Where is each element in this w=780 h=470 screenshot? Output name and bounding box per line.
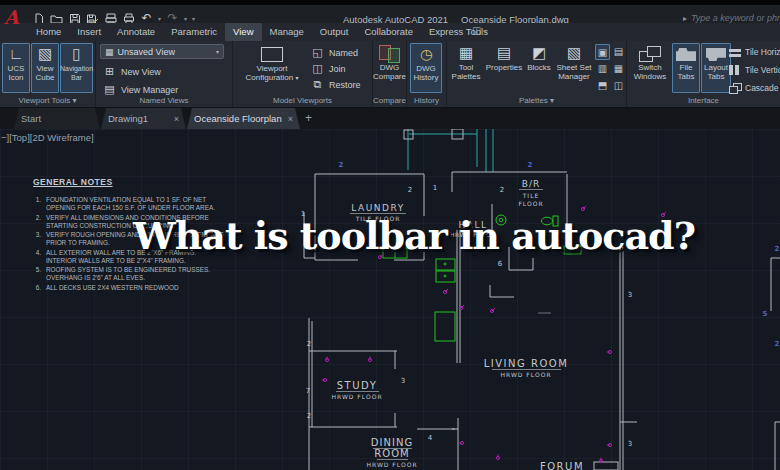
viewport-configuration-button[interactable]: Viewport Configuration ▾ xyxy=(241,43,303,93)
panel-label-palettes[interactable]: Palettes ▾ xyxy=(447,94,626,107)
file-tab-oceanside-floorplan[interactable]: Oceanside Floorplan* × xyxy=(187,108,300,129)
button-label: Named xyxy=(329,48,358,58)
panel-label-compare[interactable]: Compare xyxy=(373,94,406,107)
search-box[interactable]: ▸ Type a keyword or phrase xyxy=(683,13,780,23)
ribbon: ∟ UCS Icon ▧ View Cube ▯ Navigation Bar … xyxy=(0,41,780,108)
drawing-canvas[interactable]: −][Top][2D Wireframe] xyxy=(0,129,780,470)
autocad-logo[interactable]: A xyxy=(4,6,19,28)
ucs-icon-button[interactable]: ∟ UCS Icon xyxy=(2,43,30,93)
panel-interface: Switch Windows File Tabs Layout Tabs Til… xyxy=(627,41,780,107)
panel-label-history[interactable]: History xyxy=(407,94,446,107)
blocks-button[interactable]: ◩ Blocks xyxy=(525,43,553,93)
button-label: Compare xyxy=(373,72,406,81)
sheet-set-manager-button[interactable]: ▧ Sheet Set Manager xyxy=(554,43,594,93)
properties-icon: ▤ xyxy=(497,44,511,63)
room-label-dining-1: DINING xyxy=(371,437,413,448)
redo-dropdown-icon[interactable]: ▾ xyxy=(184,15,187,22)
note-number: 5. xyxy=(33,266,41,282)
cascade-icon xyxy=(729,83,741,94)
new-view-button[interactable]: ⊞ New View xyxy=(103,65,161,78)
new-tab-button[interactable]: + xyxy=(305,111,312,125)
ribbon-tab-annotate[interactable]: Annotate xyxy=(109,23,163,41)
dwg-compare-button[interactable]: DWG Compare xyxy=(374,43,405,93)
ribbon-tab-collaborate[interactable]: Collaborate xyxy=(356,23,421,41)
panel-label-model-viewports[interactable]: Model Viewports xyxy=(233,94,372,107)
button-label: Tabs xyxy=(708,72,725,81)
cascade-button[interactable]: Cascade xyxy=(729,81,779,95)
view-dropdown[interactable]: ▦ Unsaved View ▾ xyxy=(100,44,224,59)
ribbon-tab-parametric[interactable]: Parametric xyxy=(163,23,225,41)
file-tabs-toggle-button[interactable]: File Tabs xyxy=(672,43,700,93)
note-number: 3. xyxy=(33,231,41,247)
button-label: Cascade xyxy=(745,83,779,93)
named-viewport-button[interactable]: ◱ Named xyxy=(311,46,358,59)
ribbon-tab-output[interactable]: Output xyxy=(312,23,357,41)
button-label: View Manager xyxy=(121,85,178,95)
room-label-study: STUDY xyxy=(337,380,378,391)
file-tab-start[interactable]: Start xyxy=(14,108,100,129)
palette-mini-button[interactable]: ◫ xyxy=(611,78,626,94)
ribbon-tab-insert[interactable]: Insert xyxy=(69,23,109,41)
button-label: Cube xyxy=(35,73,54,82)
panel-label-interface[interactable]: Interface xyxy=(627,94,780,107)
overlay-question-text: What is toolbar in autocad? xyxy=(133,213,695,258)
close-tab-icon[interactable]: × xyxy=(174,114,179,124)
file-tab-drawing1[interactable]: Drawing1 × xyxy=(101,108,186,129)
ribbon-tab-home[interactable]: Home xyxy=(28,23,69,41)
ribbon-tab-view[interactable]: View xyxy=(225,23,261,41)
palette-mini-button[interactable]: ⬒ xyxy=(595,78,610,94)
palette-mini-button[interactable]: ▣ xyxy=(595,44,610,60)
palette-mini-button[interactable]: ▤ xyxy=(611,44,626,60)
button-label: Bar xyxy=(71,73,82,82)
button-label: Navigation xyxy=(60,64,93,73)
layout-tabs-toggle-button[interactable]: Layout Tabs xyxy=(701,43,731,93)
view-cube-button[interactable]: ▧ View Cube xyxy=(31,43,59,93)
button-label: UCS xyxy=(8,64,25,73)
keynote: 7 xyxy=(306,387,310,395)
button-label: Restore xyxy=(329,80,361,90)
layout-tabs-icon xyxy=(706,48,726,61)
navigation-bar-button[interactable]: ▯ Navigation Bar xyxy=(60,43,93,93)
view-dropdown-value: Unsaved View xyxy=(118,47,212,57)
room-label-living: LIVING ROOM xyxy=(484,358,569,369)
close-tab-icon[interactable]: × xyxy=(288,114,293,124)
panel-label-named-views[interactable]: Named Views xyxy=(96,94,232,107)
note-number: 4. xyxy=(33,249,41,265)
button-label: DWG xyxy=(380,63,400,72)
tile-horizontally-button[interactable]: Tile Horizontally xyxy=(729,45,780,59)
navigation-bar-icon: ▯ xyxy=(72,45,80,64)
tool-palettes-button[interactable]: ▦ Tool Palettes xyxy=(449,43,483,93)
tile-horizontally-icon xyxy=(729,47,741,58)
search-arrow-icon[interactable]: ▸ xyxy=(683,14,687,23)
qat-customize-icon[interactable]: ▾ xyxy=(192,15,195,22)
autocad-window: ↶ ▾ ↷ ▾ ▾ Autodesk AutoCAD 2021 Oceansid… xyxy=(0,0,780,470)
file-tab-label: Oceanside Floorplan* xyxy=(194,113,282,124)
tile-vertically-button[interactable]: Tile Vertically xyxy=(729,63,780,77)
ribbon-tab-manage[interactable]: Manage xyxy=(262,23,312,41)
search-placeholder: Type a keyword or phrase xyxy=(691,13,780,23)
dwg-history-button[interactable]: ◷ DWG History xyxy=(410,43,442,93)
panel-label-viewport-tools[interactable]: Viewport Tools ▾ xyxy=(0,94,95,107)
undo-dropdown-icon[interactable]: ▾ xyxy=(158,15,161,22)
button-label: Properties xyxy=(486,63,522,72)
ribbon-display-toggle-icon[interactable]: ◫ ▾ xyxy=(472,25,486,36)
note-item: 5. ROOFING SYSTEM IS TO BE ENGINEERED TR… xyxy=(33,266,225,282)
button-label: Sheet Set xyxy=(556,63,591,72)
room-floor-dining: HRWD FLOOR xyxy=(366,461,417,468)
note-item: 6. ALL DECKS USE 2X4 WESTERN REDWOOD xyxy=(33,284,225,292)
join-viewport-button[interactable]: ◫ Join xyxy=(311,62,346,75)
restore-viewport-button[interactable]: ⧉ Restore xyxy=(311,78,361,91)
switch-windows-button[interactable]: Switch Windows xyxy=(629,43,671,93)
chevron-down-icon: ▾ xyxy=(295,75,298,81)
palette-mini-button[interactable]: ▦ xyxy=(611,61,626,77)
note-number: 2. xyxy=(33,214,41,230)
button-label: View xyxy=(36,64,53,73)
properties-button[interactable]: ▤ Properties xyxy=(485,43,523,93)
button-label: Configuration xyxy=(246,73,294,82)
panel-palettes: ▦ Tool Palettes ▤ Properties ◩ Blocks ▧ … xyxy=(447,41,627,107)
room-label-dining-2: ROOM xyxy=(374,448,409,459)
palette-mini-button[interactable]: ▥ xyxy=(595,61,610,77)
keynote: 4 xyxy=(428,434,433,442)
palette-mini-buttons: ▣ ▤ ▥ ▦ ⬒ ◫ xyxy=(595,44,626,94)
view-dropdown-caret-icon[interactable]: ▾ xyxy=(216,48,219,55)
